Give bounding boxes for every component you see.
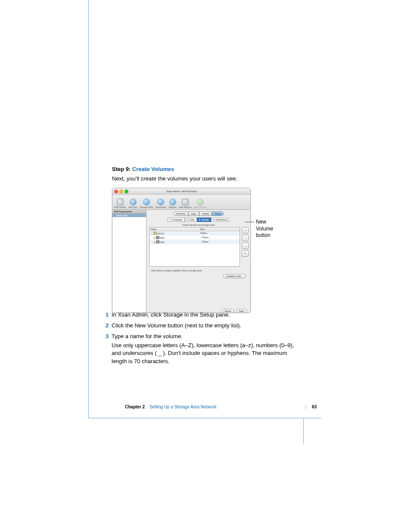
disclosure-icon[interactable]: ▶: [154, 241, 156, 243]
window-titlebar: Xsan Admin: ldxs413.local: [112, 188, 250, 195]
volume-icon: [153, 232, 157, 235]
step-heading: Step 9: Create Volumes: [112, 166, 297, 172]
storage-table[interactable]: Name Size ▼SanVol 0 Bytes ▶Meta 0 Bytes: [149, 227, 240, 267]
toolbar-add-san[interactable]: Add SAN: [128, 199, 137, 208]
toolbar: RAID Admin Add SAN Remove SAN Disconnect…: [112, 195, 250, 210]
new-volume-button[interactable]: ＋: [242, 227, 249, 233]
footer-separator: |: [305, 404, 306, 410]
callout-label: New Volume button: [256, 219, 284, 239]
app-window: Xsan Admin: ldxs413.local RAID Admin Add…: [112, 188, 251, 313]
disconnect-icon: [157, 199, 164, 205]
toolbar-start-volume[interactable]: Start Volume: [194, 199, 207, 208]
col-name[interactable]: Name: [149, 227, 199, 231]
toolbar-remove-san[interactable]: Remove SAN: [140, 199, 153, 208]
list-item: 3 Type a name for the volume.: [106, 333, 295, 341]
col-size[interactable]: Size: [199, 227, 240, 231]
page-footer: Chapter 2 Setting Up a Storage Area Netw…: [125, 404, 317, 410]
refresh-icon: [169, 199, 176, 205]
table-header: Name Size: [149, 227, 240, 231]
hint-text: Click below to assign available LUNs to …: [151, 269, 246, 272]
page-frame-tail: [303, 418, 304, 444]
sidebar-item-editing-san[interactable]: ▾ Editing SAN: [112, 214, 146, 217]
tab-logs[interactable]: Logs: [188, 212, 199, 216]
setup-tab-notifications[interactable]: 4. Notifications: [211, 218, 230, 222]
remove-button[interactable]: －: [242, 235, 249, 241]
step-detail: Use only uppercase letters (A–Z), lowerc…: [112, 342, 295, 366]
close-icon[interactable]: [114, 190, 118, 193]
disclosure-icon[interactable]: ▶: [154, 236, 156, 239]
toolbar-disconnect[interactable]: Disconnect: [156, 199, 166, 208]
step-number: 2: [106, 322, 112, 330]
tab-setup[interactable]: Setup: [212, 212, 224, 216]
step-text: In Xsan Admin, click Storage in the Setu…: [112, 311, 295, 319]
list-item: 2 Click the New Volume button (next to t…: [106, 322, 295, 330]
intro-text: Next, you'll create the volumes your use…: [112, 175, 297, 183]
table-row[interactable]: ▼SanVol 0 Bytes: [149, 231, 240, 236]
sidebar-header: SAN Components: [112, 210, 146, 214]
section-label: Create volumes and storage pools: [146, 224, 250, 226]
step-prefix: Step 9:: [112, 166, 132, 172]
setup-tab-computers[interactable]: 1. Computers: [168, 218, 185, 222]
chapter-label: Chapter 2: [125, 404, 145, 409]
callout-line: [245, 222, 254, 222]
chevron-down-icon: ▾: [114, 214, 115, 217]
disclosure-icon[interactable]: ▼: [151, 232, 153, 235]
tab-graphs[interactable]: Graphs: [199, 212, 212, 216]
add-san-icon: [130, 199, 137, 205]
step-title: Create Volumes: [132, 166, 174, 172]
toolbar-new-window[interactable]: New Window: [179, 199, 191, 208]
sidebar: SAN Components ▾ Editing SAN: [112, 210, 146, 313]
setup-tab-luns[interactable]: 2. LUNs: [185, 218, 197, 222]
chapter-title: Setting Up a Storage Area Network: [149, 404, 217, 409]
window-title: Xsan Admin: ldxs413.local: [166, 190, 196, 193]
minimize-icon[interactable]: [119, 190, 123, 193]
main-pane: Overview Logs Graphs Setup 1. Computers …: [146, 210, 250, 313]
setup-tabs: 1. Computers 2. LUNs 3. Storage 4. Notif…: [146, 218, 250, 222]
step-number: 1: [106, 311, 112, 319]
options-button[interactable]: …: [242, 243, 249, 249]
window-controls[interactable]: [114, 190, 128, 193]
step-text: Click the New Volume button (next to the…: [112, 322, 295, 330]
table-row[interactable]: ▶Meta 0 Bytes: [149, 236, 240, 240]
list-item: 1 In Xsan Admin, click Storage in the Se…: [106, 311, 295, 319]
start-volume-icon: [197, 199, 204, 205]
page-number: 63: [312, 404, 317, 409]
pool-icon: [156, 236, 159, 239]
available-luns-button[interactable]: Available LUNs…: [223, 274, 246, 278]
remove-san-icon: [143, 199, 150, 205]
step-text: Type a name for the volume.: [112, 333, 295, 341]
tab-overview[interactable]: Overview: [173, 212, 188, 216]
screenshot: Xsan Admin: ldxs413.local RAID Admin Add…: [112, 188, 284, 317]
table-row[interactable]: ▶Data 0 Bytes: [149, 240, 240, 244]
raid-admin-icon: [117, 199, 124, 205]
zoom-icon[interactable]: [125, 190, 128, 193]
setup-tab-storage[interactable]: 3. Storage: [197, 218, 211, 222]
view-tabs: Overview Logs Graphs Setup: [146, 212, 250, 216]
edit-button[interactable]: ✎: [242, 250, 249, 257]
table-side-buttons: ＋ － … ✎: [242, 227, 248, 267]
step-number: 3: [106, 333, 112, 341]
new-window-icon: [182, 199, 189, 205]
pool-icon: [156, 240, 159, 243]
numbered-steps: 1 In Xsan Admin, click Storage in the Se…: [106, 311, 295, 366]
toolbar-refresh[interactable]: Refresh: [169, 199, 177, 208]
toolbar-raid-admin[interactable]: RAID Admin: [114, 199, 126, 208]
